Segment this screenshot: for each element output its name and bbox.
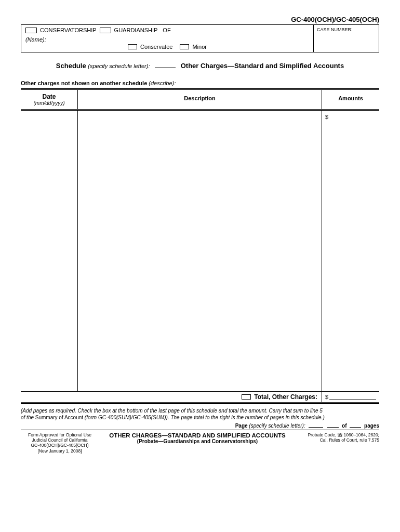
footer-mid: OTHER CHARGES—STANDARD AND SIMPLIFIED AC… bbox=[99, 432, 296, 444]
subhead-main: Other charges not shown on another sched… bbox=[21, 80, 147, 86]
note-line1: (Add pages as required. Check the box at… bbox=[21, 407, 379, 414]
schedule-label: Schedule bbox=[56, 62, 86, 70]
subhead-describe: (describe): bbox=[149, 80, 176, 86]
guardianship-checkbox[interactable] bbox=[100, 28, 111, 33]
minor-checkbox[interactable] bbox=[180, 44, 189, 49]
total-amount-cell: $ bbox=[322, 394, 379, 400]
page-total-blank[interactable] bbox=[350, 427, 361, 428]
dollar-sign: $ bbox=[325, 114, 328, 120]
charges-table: Date (mm/dd/yyyy) Description Amounts $ … bbox=[21, 88, 379, 404]
case-number-box: CASE NUMBER: bbox=[314, 25, 379, 52]
total-label-cell: Total, Other Charges: bbox=[21, 392, 322, 402]
total-label: Total, Other Charges: bbox=[254, 393, 317, 401]
of-label: OF bbox=[163, 27, 170, 33]
footer: Form Approved for Optional Use Judicial … bbox=[21, 432, 379, 454]
instruction-note: (Add pages as required. Check the box at… bbox=[21, 407, 379, 421]
name-row: (Name): bbox=[25, 36, 309, 43]
note-line2a: of the bbox=[21, 415, 35, 420]
title-other-charges: Other Charges—Standard and Simplified Ac… bbox=[181, 62, 344, 70]
footer-title1: OTHER CHARGES—STANDARD AND SIMPLIFIED AC… bbox=[99, 432, 296, 438]
minor-label: Minor bbox=[192, 44, 207, 50]
date-heading: Date bbox=[23, 93, 75, 100]
footer-title2: (Probate—Guardianships and Conservatorsh… bbox=[99, 438, 296, 444]
header-box: CONSERVATORSHIP GUARDIANSHIP OF (Name): … bbox=[21, 24, 379, 52]
case-number-label: CASE NUMBER: bbox=[317, 27, 353, 32]
table-body: $ bbox=[21, 111, 379, 391]
schedule-specify: (specify schedule letter): bbox=[88, 63, 150, 69]
col-date-header: Date (mm/dd/yyyy) bbox=[21, 90, 78, 109]
conservatorship-label: CONSERVATORSHIP bbox=[40, 27, 97, 33]
schedule-letter-blank[interactable] bbox=[155, 68, 176, 68]
description-column[interactable] bbox=[78, 111, 322, 391]
page-specify: (specify schedule letter): bbox=[249, 423, 305, 429]
col-amounts-header: Amounts bbox=[322, 90, 379, 109]
note-line2c: (form GC-400(SUM)/GC-405(SUM)). The page… bbox=[85, 415, 325, 420]
conservatee-checkbox[interactable] bbox=[128, 44, 137, 49]
name-label: (Name): bbox=[25, 36, 46, 43]
note-line2b: Summary of Account bbox=[35, 415, 85, 420]
footer-right2: Cal. Rules of Court, rule 7.575 bbox=[296, 437, 379, 443]
amounts-column[interactable]: $ bbox=[322, 111, 379, 391]
header-left: CONSERVATORSHIP GUARDIANSHIP OF (Name): … bbox=[21, 25, 314, 52]
person-type-row: Conservatee Minor bbox=[25, 44, 309, 50]
conservatorship-checkbox[interactable] bbox=[25, 28, 37, 33]
page-pages: pages bbox=[364, 423, 379, 429]
subheading: Other charges not shown on another sched… bbox=[21, 80, 379, 86]
page-of: of bbox=[342, 423, 346, 429]
total-row: Total, Other Charges: $ bbox=[21, 391, 379, 404]
footer-right1: Probate Code, §§ 1060–1064, 2620; bbox=[296, 432, 379, 437]
total-dollar: $ bbox=[325, 394, 328, 400]
total-checkbox[interactable] bbox=[242, 394, 251, 400]
date-format: (mm/dd/yyyy) bbox=[23, 100, 75, 106]
table-header: Date (mm/dd/yyyy) Description Amounts bbox=[21, 90, 379, 111]
guardianship-label: GUARDIANSHIP bbox=[114, 27, 158, 33]
footer-left4: [New January 1, 2008] bbox=[21, 448, 99, 454]
footer-right: Probate Code, §§ 1060–1064, 2620; Cal. R… bbox=[296, 432, 379, 443]
page-num-blank[interactable] bbox=[327, 427, 339, 428]
total-amount-line[interactable] bbox=[329, 394, 376, 400]
form-code: GC-400(OCH)/GC-405(OCH) bbox=[21, 16, 379, 23]
date-column[interactable] bbox=[21, 111, 78, 391]
footer-left2: Judicial Council of California bbox=[21, 437, 99, 443]
page-row: Page (specify schedule letter): of pages bbox=[21, 423, 379, 430]
footer-left3: GC-400(OCH)/GC-405(OCH) bbox=[21, 443, 99, 448]
col-description-header: Description bbox=[78, 90, 322, 109]
page-label: Page bbox=[235, 423, 248, 429]
title-row: Schedule (specify schedule letter): Othe… bbox=[21, 62, 379, 70]
page-letter-blank[interactable] bbox=[309, 427, 323, 428]
footer-left: Form Approved for Optional Use Judicial … bbox=[21, 432, 99, 454]
conservatee-label: Conservatee bbox=[140, 44, 172, 50]
case-type-row: CONSERVATORSHIP GUARDIANSHIP OF bbox=[25, 27, 309, 33]
footer-left1: Form Approved for Optional Use bbox=[21, 432, 99, 437]
